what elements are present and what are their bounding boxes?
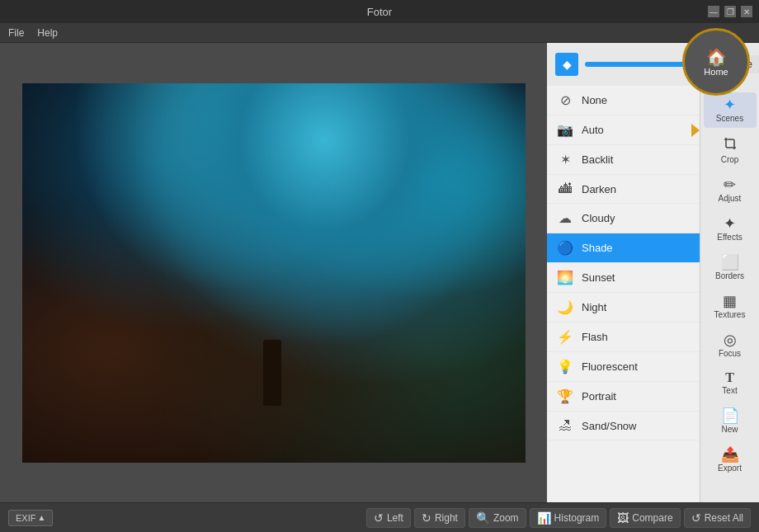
bottom-toolbar: EXIF ▲ ↺ Left ↻ Right 🔍 Zoom 📊 Histogram… [0,502,759,532]
textures-icon: ▦ [723,294,737,308]
title-bar: Fotor — ❐ ✕ [0,0,759,23]
scene-darken-label: Darken [582,183,616,195]
compare-label: Compare [632,512,672,524]
scene-flash[interactable]: ⚡ Flash [547,322,700,352]
textures-label: Textures [714,310,746,319]
compare-button[interactable]: 🖼 Compare [610,508,680,528]
scene-auto[interactable]: 📷 Auto [547,115,700,145]
scene-darken[interactable]: 🏙 Darken [547,175,700,204]
window-controls: — ❐ ✕ [708,6,752,17]
scene-sunset[interactable]: 🌅 Sunset [547,263,700,293]
auto-icon: 📷 [557,122,573,138]
tool-text[interactable]: T Text [704,366,757,400]
exif-button[interactable]: EXIF ▲ [8,510,53,526]
canvas-area [0,43,547,502]
night-icon: 🌙 [557,299,573,315]
tool-borders[interactable]: ⬜ Borders [704,250,757,285]
text-icon: T [725,371,734,384]
tool-textures[interactable]: ▦ Textures [704,289,757,324]
effects-label: Effects [717,233,742,242]
new-label: New [721,425,738,434]
histogram-icon: 📊 [537,511,551,525]
scene-cloudy[interactable]: ☁ Cloudy [547,204,700,233]
export-label: Export [718,464,742,473]
scene-shade[interactable]: 🔵 Shade [547,233,700,263]
none-icon: ⊘ [557,92,573,108]
tool-adjust[interactable]: ✏ Adjust [704,172,757,208]
menu-help[interactable]: Help [37,27,58,39]
zoom-button[interactable]: 🔍 Zoom [469,508,526,528]
toolbar-slider[interactable] [585,62,691,67]
tool-scenes[interactable]: ✦ Scenes [704,92,757,128]
backlit-icon: ✶ [557,152,573,167]
home-circle-icon: 🏠 [706,47,727,67]
scene-sand-snow[interactable]: 🏖 Sand/Snow [547,412,700,440]
shade-icon: 🔵 [557,240,573,256]
reset-icon: ↺ [691,511,701,525]
home-circle-button[interactable]: 🏠 Home [682,28,750,96]
scene-flash-label: Flash [582,331,608,343]
focus-icon: ◎ [724,332,737,347]
image-container [22,83,526,463]
scene-backlit-label: Backlit [582,153,613,166]
menu-file[interactable]: File [8,27,24,39]
compare-icon: 🖼 [617,511,629,525]
tool-effects[interactable]: ✦ Effects [704,211,757,247]
reset-all-label: Reset All [705,512,743,524]
menu-bar: File Help [0,23,759,43]
tool-new[interactable]: 📄 New [704,403,757,439]
diamond-icon: ◆ [563,58,572,71]
toolbar-diamond-button[interactable]: ◆ [555,53,578,76]
exif-arrow-icon: ▲ [37,513,45,522]
scene-sand-snow-label: Sand/Snow [582,420,637,432]
histogram-button[interactable]: 📊 Histogram [530,508,607,528]
left-label: Left [387,512,403,524]
sunset-icon: 🌅 [557,270,573,285]
right-label: Right [435,512,458,524]
borders-label: Borders [715,271,744,280]
fluorescent-icon: 💡 [557,359,573,374]
adjust-label: Adjust [719,194,742,203]
effects-icon: ✦ [724,216,736,231]
restore-button[interactable]: ❐ [724,6,736,17]
tool-export[interactable]: 📤 Export [704,442,757,478]
crop-icon [723,136,738,153]
scene-portrait[interactable]: 🏆 Portrait [547,382,700,412]
right-button[interactable]: ↻ Right [414,508,465,528]
sand-snow-icon: 🏖 [557,418,573,433]
scene-cloudy-label: Cloudy [582,212,615,224]
cave-image [22,83,526,463]
scene-fluorescent-label: Fluorescent [582,360,638,373]
home-circle-label: Home [704,67,728,77]
tool-crop[interactable]: Crop [704,131,757,169]
tool-focus[interactable]: ◎ Focus [704,327,757,363]
scenes-label: Scenes [716,114,743,123]
scene-auto-label: Auto [582,124,604,136]
scene-shade-label: Shade [582,242,613,254]
scene-backlit[interactable]: ✶ Backlit [547,145,700,175]
scene-none-label: None [582,94,607,106]
crop-label: Crop [721,155,739,164]
new-icon: 📄 [721,408,739,423]
borders-icon: ⬜ [721,255,739,270]
close-button[interactable]: ✕ [741,6,752,17]
flash-icon: ⚡ [557,329,573,345]
tools-panel: ✦ Scenes Crop ✏ Adjust [700,86,759,502]
left-button[interactable]: ↺ Left [366,508,411,528]
scene-portrait-label: Portrait [582,390,616,403]
scene-none[interactable]: ⊘ None [547,86,700,115]
export-icon: 📤 [721,447,739,462]
reset-all-button[interactable]: ↺ Reset All [684,508,751,528]
minimize-button[interactable]: — [708,6,719,17]
scene-sunset-label: Sunset [582,271,615,284]
adjust-icon: ✏ [724,177,736,192]
scene-night-label: Night [582,301,606,313]
scene-night[interactable]: 🌙 Night [547,293,700,322]
focus-label: Focus [719,349,741,358]
cloudy-icon: ☁ [557,210,573,226]
zoom-label: Zoom [493,512,519,524]
text-label: Text [722,386,737,395]
exif-label: EXIF [16,513,35,523]
left-rotate-icon: ↺ [374,511,384,525]
scene-fluorescent[interactable]: 💡 Fluorescent [547,352,700,382]
